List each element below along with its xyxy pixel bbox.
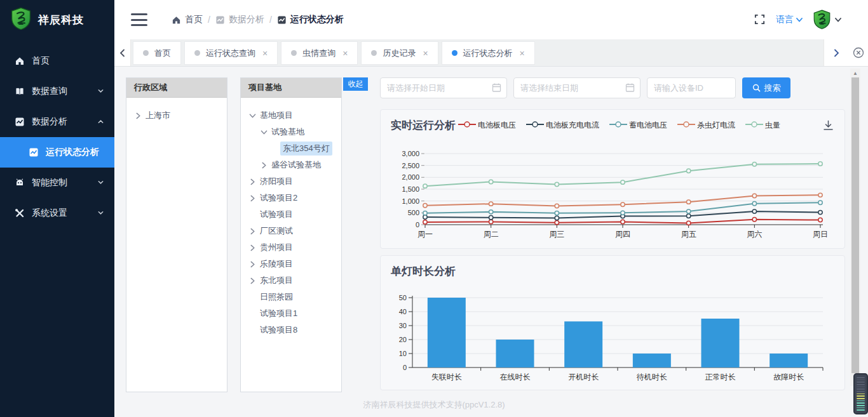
tree-item-6[interactable]: 试验项目 [247, 206, 341, 223]
user-avatar-menu[interactable] [813, 10, 841, 29]
hamburger-menu-icon[interactable] [131, 13, 147, 26]
sidebar-item-home[interactable]: 首页 [0, 46, 114, 76]
tree-item-11[interactable]: 日照茶园 [247, 289, 341, 305]
fullscreen-icon[interactable] [754, 13, 766, 25]
minimap-line [857, 381, 865, 383]
download-icon[interactable] [822, 119, 834, 131]
tree-expand-icon[interactable] [259, 160, 269, 170]
tab-close-icon[interactable]: × [423, 48, 428, 58]
duration-chart-title: 单灯时长分析 [391, 264, 456, 279]
sidebar-item-label: 运行状态分析 [46, 147, 99, 158]
tab-close-icon[interactable]: × [262, 48, 268, 58]
tree-spacer [247, 308, 257, 319]
sidebar-item-label: 数据分析 [32, 116, 67, 128]
tree-item-7[interactable]: 厂区测试 [247, 223, 341, 239]
close-all-tabs-button[interactable] [849, 39, 868, 66]
scrollbar-thumb[interactable] [851, 77, 859, 373]
legend-item-1[interactable]: 电池板充电电流 [526, 120, 599, 131]
tree-item-label: 东北354号灯 [280, 142, 332, 156]
sidebar-item-smart-control[interactable]: 智能控制 [0, 168, 114, 198]
tree-item-12[interactable]: 试验项目1 [247, 305, 341, 322]
filter-toolbar: 搜索 [380, 77, 790, 98]
tree-item-0[interactable]: 基地项目 [247, 107, 341, 124]
svg-text:2,500: 2,500 [402, 162, 419, 169]
legend-item-2[interactable]: 蓄电池电压 [609, 120, 667, 131]
tree-expand-icon[interactable] [133, 110, 143, 121]
collapse-panel-button[interactable]: 收起 [343, 77, 368, 91]
tree-item-label: 上海市 [143, 109, 173, 122]
minimap-line [857, 407, 865, 409]
tree-expand-icon[interactable] [247, 193, 257, 203]
tree-item-1[interactable]: 试验基地 [247, 124, 341, 140]
tree-item-label: 试验项目1 [257, 307, 300, 321]
tab-4[interactable]: 运行状态分析× [442, 41, 535, 65]
vertical-scrollbar[interactable]: ▲ ▼ [850, 69, 860, 386]
home-icon [14, 55, 25, 67]
legend-item-3[interactable]: 杀虫灯电流 [677, 120, 735, 131]
breadcrumb-home[interactable]: 首页 [172, 14, 203, 25]
legend-label: 电池板充电电流 [546, 120, 599, 131]
chart-legend: 电池板电压电池板充电电流蓄电池电压杀虫灯电流虫量 [458, 120, 780, 131]
tree-expand-icon[interactable] [247, 275, 257, 286]
tree-item-5[interactable]: 试验项目2 [247, 190, 341, 206]
tab-2[interactable]: 虫情查询× [281, 41, 358, 65]
tab-0[interactable]: 首页 [133, 41, 181, 65]
end-date-input[interactable] [513, 77, 641, 98]
start-date-input[interactable] [380, 77, 507, 98]
language-selector[interactable]: 语言 [776, 14, 803, 25]
tree-expand-icon[interactable] [247, 242, 257, 253]
sidebar-item-label: 首页 [32, 55, 50, 67]
project-panel-title: 项目基地 [241, 78, 341, 98]
tab-close-icon[interactable]: × [520, 48, 525, 58]
tree-collapse-icon[interactable] [259, 127, 269, 137]
tree-item-13[interactable]: 试验项目8 [247, 322, 341, 338]
caret-down-icon [835, 17, 841, 22]
tree-item-9[interactable]: 乐陵项目 [247, 256, 341, 272]
duration-bar-chart[interactable]: 01020304050失联时长在线时长开机时长待机时长正常时长故障时长 [386, 293, 841, 389]
close-circle-icon [853, 47, 864, 58]
legend-item-4[interactable]: 虫量 [745, 120, 780, 131]
sidebar-item-system-settings[interactable]: 系统设置 [0, 198, 114, 228]
sidebar-item-data-analysis[interactable]: 数据分析 [0, 107, 114, 137]
tabs-scroll-right-button[interactable] [824, 39, 849, 66]
tabs-scroll-left-button[interactable] [114, 39, 131, 66]
main-content: 行政区域 上海市 项目基地 基地项目试验基地东北354号灯盛谷试验基地济阳项目试… [114, 67, 868, 417]
tree-item-4[interactable]: 济阳项目 [247, 173, 341, 190]
device-id-input[interactable] [647, 77, 736, 98]
project-panel: 项目基地 基地项目试验基地东北354号灯盛谷试验基地济阳项目试验项目2试验项目厂… [240, 77, 342, 392]
tree-item-label: 基地项目 [257, 109, 295, 122]
breadcrumb-data-analysis[interactable]: 数据分析 [215, 14, 264, 25]
search-button[interactable]: 搜索 [742, 77, 790, 98]
tab-label: 运行状态查询 [206, 48, 255, 59]
minimap-line [857, 377, 865, 378]
svg-text:周三: 周三 [549, 230, 564, 239]
legend-marker [458, 121, 476, 130]
tree-expand-icon[interactable] [247, 259, 257, 269]
search-icon [752, 84, 761, 92]
tree-item-3[interactable]: 盛谷试验基地 [247, 157, 341, 173]
sidebar-item-data-query[interactable]: 数据查询 [0, 76, 114, 107]
scrollbar-up-arrow[interactable]: ▲ [850, 69, 860, 77]
tree-expand-icon[interactable] [247, 226, 257, 236]
tab-3[interactable]: 历史记录× [361, 41, 438, 65]
minimap-line [857, 394, 865, 395]
tree-item-label: 乐陵项目 [257, 257, 295, 271]
svg-text:周六: 周六 [747, 230, 762, 239]
tree-item-8[interactable]: 贵州项目 [247, 239, 341, 256]
minimap-line [857, 400, 865, 402]
legend-item-0[interactable]: 电池板电压 [458, 120, 516, 131]
tree-spacer [247, 209, 257, 220]
tab-status-dot [194, 50, 200, 56]
tree-item-0[interactable]: 上海市 [133, 107, 227, 124]
book-icon [14, 86, 25, 97]
legend-label: 蓄电池电压 [629, 120, 667, 131]
tab-1[interactable]: 运行状态查询× [184, 41, 278, 65]
tab-label: 历史记录 [383, 48, 416, 59]
tree-item-10[interactable]: 东北项目 [247, 272, 341, 289]
realtime-line-chart[interactable]: 05001,0001,5002,0002,5003,000周一周二周三周四周五周… [386, 147, 841, 243]
sidebar-item-run-status-analysis[interactable]: 运行状态分析 [0, 137, 114, 168]
tree-collapse-icon[interactable] [247, 110, 257, 121]
tree-expand-icon[interactable] [247, 176, 257, 187]
tab-close-icon[interactable]: × [342, 48, 348, 58]
tree-item-2[interactable]: 东北354号灯 [247, 140, 341, 157]
